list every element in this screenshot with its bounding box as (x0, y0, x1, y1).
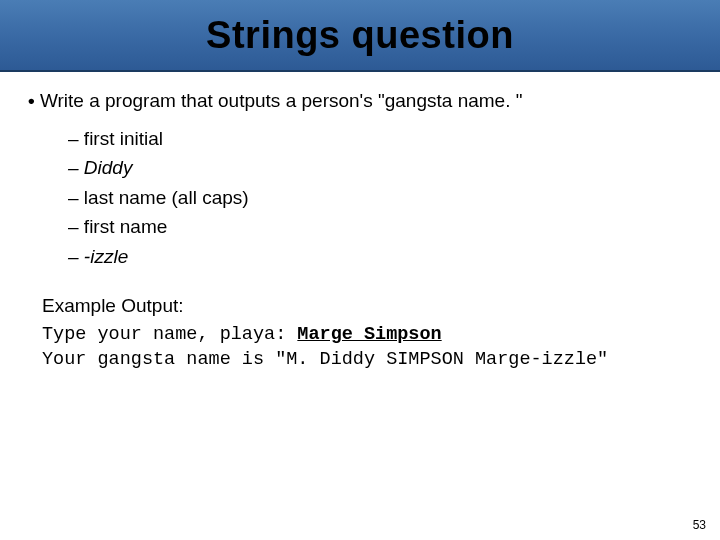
list-item: last name (all caps) (68, 183, 692, 212)
sub-list: first initial Diddy last name (all caps)… (68, 124, 692, 271)
slide-content: Write a program that outputs a person's … (0, 72, 720, 373)
list-item: -izzle (68, 242, 692, 271)
example-label: Example Output: (42, 295, 692, 317)
code-line-1-prefix: Type your name, playa: (42, 324, 297, 345)
list-item: first initial (68, 124, 692, 153)
code-line-2: Your gangsta name is "M. Diddy SIMPSON M… (42, 349, 608, 370)
slide-title: Strings question (206, 14, 514, 57)
list-item: Diddy (68, 153, 692, 182)
slide-header: Strings question (0, 0, 720, 72)
code-line-1-input: Marge Simpson (297, 324, 441, 345)
main-bullet: Write a program that outputs a person's … (28, 90, 692, 112)
list-item: first name (68, 212, 692, 241)
code-block: Type your name, playa: Marge Simpson You… (42, 323, 692, 373)
page-number: 53 (693, 518, 706, 532)
